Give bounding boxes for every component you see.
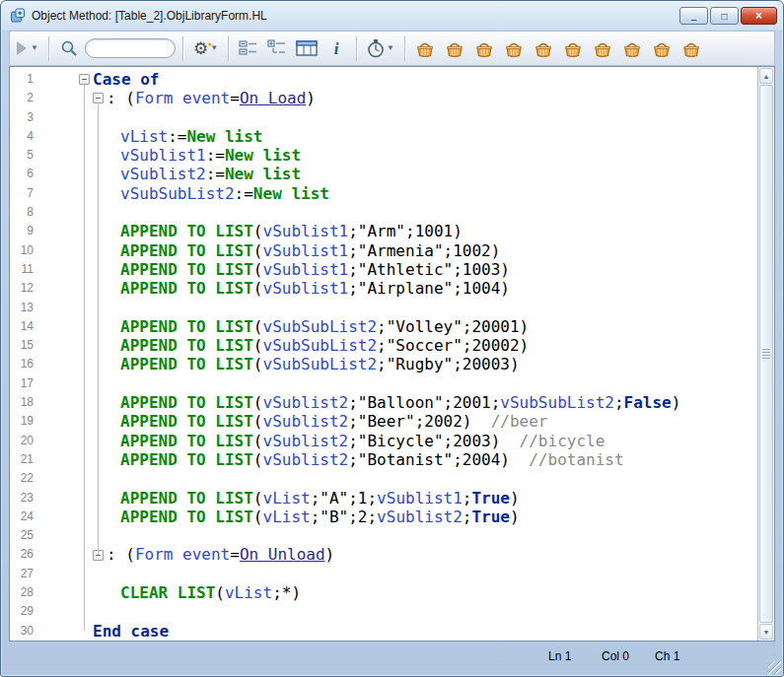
- basket-icon: [504, 39, 524, 57]
- resize-grip[interactable]: [768, 661, 781, 674]
- code-pane[interactable]: 1−Case of2−: (Form event=On Load)34vList…: [10, 67, 757, 641]
- code-line[interactable]: 7vSubSubList2:=New list: [10, 184, 757, 203]
- line-number: 14: [10, 317, 66, 336]
- code-line[interactable]: 20APPEND TO LIST(vSublist2;"Bicycle";200…: [10, 432, 757, 450]
- code-line[interactable]: 24APPEND TO LIST(vList;"B";2;vSublist2;T…: [10, 508, 757, 526]
- basket-button[interactable]: [501, 34, 527, 62]
- scrollbar-grip-icon: [762, 349, 770, 359]
- code-line[interactable]: 29: [10, 602, 757, 621]
- collapse-all-button[interactable]: [236, 34, 261, 62]
- line-number: 12: [10, 279, 66, 298]
- toolbar-separator: [404, 36, 405, 61]
- close-button[interactable]: ×: [741, 7, 777, 25]
- form-window-button[interactable]: [293, 34, 321, 62]
- toolbar-separator: [228, 36, 229, 61]
- basket-button[interactable]: [619, 34, 645, 62]
- toolbar-separator: [182, 36, 183, 61]
- code-line[interactable]: 18APPEND TO LIST(vSublist2;"Balloon";200…: [10, 393, 757, 412]
- code-line[interactable]: 15APPEND TO LIST(vSubSubList2;"Soccer";2…: [10, 336, 757, 355]
- code-line[interactable]: 4vList:=New list: [10, 127, 757, 146]
- line-number: 24: [10, 508, 66, 526]
- basket-icon: [593, 39, 612, 57]
- basket-icon: [415, 39, 435, 57]
- toolbar-separator: [356, 36, 357, 61]
- timer-button[interactable]: ▼: [364, 34, 397, 62]
- code-line[interactable]: 21APPEND TO LIST(vSublist2;"Botanist";20…: [10, 450, 757, 469]
- line-number: 19: [10, 412, 66, 431]
- code-text: APPEND TO LIST(vSublist2;"Bicycle";2003)…: [120, 432, 605, 450]
- code-line[interactable]: 22: [10, 469, 757, 488]
- code-line[interactable]: 12APPEND TO LIST(vSublist1;"Airplane";10…: [10, 279, 757, 298]
- search-input[interactable]: [85, 38, 176, 58]
- code-text: APPEND TO LIST(vSubSubList2;"Rugby";2000…: [120, 355, 520, 373]
- code-line[interactable]: 13: [10, 299, 757, 317]
- status-column: Col 0: [602, 649, 635, 663]
- code-line[interactable]: 26−: (Form event=On Unload): [10, 545, 757, 564]
- basket-button[interactable]: [678, 34, 704, 62]
- maximize-button[interactable]: □: [710, 7, 739, 25]
- basket-button[interactable]: [590, 34, 615, 62]
- minimize-button[interactable]: –: [679, 7, 708, 25]
- chevron-down-icon: ▼: [387, 44, 394, 52]
- code-text: APPEND TO LIST(vList;"B";2;vSublist2;Tru…: [120, 508, 520, 526]
- info-button[interactable]: i: [323, 34, 349, 62]
- scroll-down-button[interactable]: ▼: [759, 624, 773, 640]
- fold-guide: [84, 85, 85, 631]
- line-number: 7: [10, 184, 66, 203]
- code-line[interactable]: 25: [10, 526, 757, 545]
- basket-button[interactable]: [471, 34, 497, 62]
- line-number: 21: [10, 450, 66, 469]
- line-number: 30: [10, 622, 66, 641]
- code-line[interactable]: 6vSublist2:=New list: [10, 165, 757, 183]
- scrollbar-thumb[interactable]: [759, 85, 773, 623]
- code-line[interactable]: 1−Case of: [10, 70, 757, 89]
- line-number: 10: [10, 241, 66, 260]
- vertical-scrollbar[interactable]: ▲ ▼: [757, 67, 774, 641]
- expand-all-button[interactable]: [264, 34, 290, 62]
- code-text: Case of: [93, 70, 159, 89]
- code-line[interactable]: 28CLEAR LIST(vList;*): [10, 583, 757, 602]
- code-text: APPEND TO LIST(vSublist2;"Botanist";2004…: [120, 450, 624, 469]
- status-line: Ln 1: [548, 649, 582, 663]
- basket-button[interactable]: [560, 34, 586, 62]
- spark-icon: ✦: [206, 36, 213, 53]
- scroll-up-button[interactable]: ▲: [759, 68, 773, 84]
- titlebar[interactable]: Object Method: [Table_2].ObjLibraryForm.…: [1, 1, 783, 31]
- code-line[interactable]: 10APPEND TO LIST(vSublist1;"Armenia";100…: [10, 241, 757, 260]
- code-line[interactable]: 16APPEND TO LIST(vSubSubList2;"Rugby";20…: [10, 355, 757, 373]
- line-number: 18: [10, 393, 66, 412]
- line-number: 8: [10, 203, 66, 222]
- search-icon: [60, 39, 78, 57]
- line-number: 23: [10, 489, 66, 508]
- basket-button[interactable]: [412, 34, 438, 62]
- line-number: 4: [10, 127, 66, 146]
- basket-button[interactable]: [649, 34, 675, 62]
- code-line[interactable]: 23APPEND TO LIST(vList;"A";1;vSublist1;T…: [10, 489, 757, 508]
- status-char: Ch 1: [655, 649, 688, 663]
- window-title: Object Method: [Table_2].ObjLibraryForm.…: [32, 9, 674, 23]
- code-line[interactable]: 14APPEND TO LIST(vSubSubList2;"Volley";2…: [10, 317, 757, 336]
- code-line[interactable]: 2−: (Form event=On Load): [10, 89, 757, 107]
- code-line[interactable]: 9APPEND TO LIST(vSublist1;"Arm";1001): [10, 222, 757, 240]
- code-line[interactable]: 17: [10, 374, 757, 393]
- line-number: 22: [10, 469, 66, 488]
- code-line[interactable]: 8: [10, 203, 757, 222]
- code-line[interactable]: 5vSublist1:=New list: [10, 146, 757, 165]
- code-line[interactable]: 19APPEND TO LIST(vSublist2;"Beer";2002) …: [10, 412, 757, 431]
- run-method-button[interactable]: ▼: [14, 34, 41, 62]
- code-line[interactable]: 3: [10, 108, 757, 127]
- basket-icon: [681, 39, 701, 57]
- code-line[interactable]: 30End case: [10, 622, 757, 641]
- fold-toggle[interactable]: −: [93, 93, 104, 103]
- code-line[interactable]: 11APPEND TO LIST(vSublist1;"Athletic";10…: [10, 260, 757, 279]
- search-button[interactable]: [56, 34, 82, 62]
- macros-button[interactable]: ⚙✦ ▼: [190, 34, 221, 62]
- code-line[interactable]: 27: [10, 565, 757, 583]
- basket-buttons: [412, 34, 704, 62]
- fold-toggle[interactable]: −: [79, 74, 90, 85]
- fold-guide: [98, 104, 99, 555]
- basket-button[interactable]: [531, 34, 556, 62]
- line-number: 16: [10, 355, 66, 373]
- line-number: 13: [10, 299, 66, 317]
- basket-button[interactable]: [442, 34, 467, 62]
